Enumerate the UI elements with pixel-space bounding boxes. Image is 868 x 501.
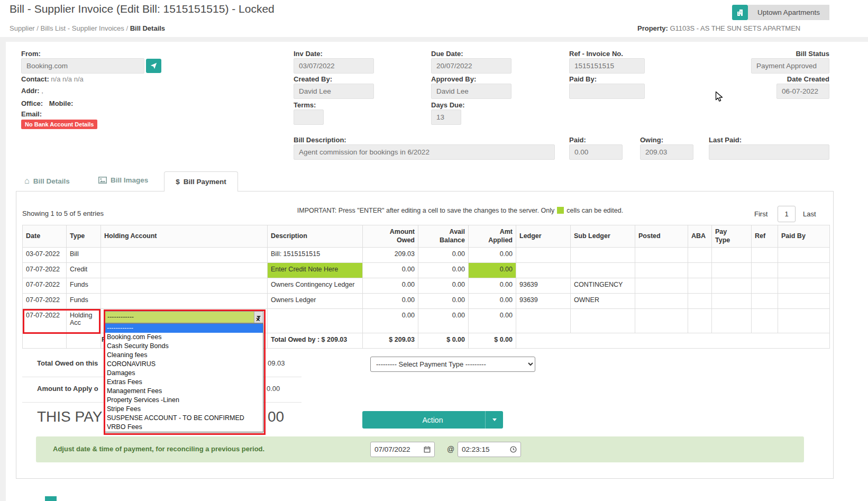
left-gutter bbox=[0, 42, 6, 501]
col-pay-type: Pay Type bbox=[712, 225, 752, 248]
table-row: 07-07-2022 Funds Owners Ledger 0.00 0.00… bbox=[23, 294, 830, 309]
footer-amt-applied: $ 0.00 bbox=[469, 333, 516, 349]
cell-type: Bill bbox=[67, 248, 101, 263]
building-icon bbox=[736, 9, 744, 16]
holding-account-selected-value: ------------ bbox=[105, 312, 254, 323]
dropdown-option[interactable]: ------------ bbox=[105, 324, 263, 333]
supplier-link-button[interactable] bbox=[146, 59, 161, 73]
paid-by-field bbox=[569, 84, 645, 99]
cell-amount-owed: 0.00 bbox=[363, 294, 418, 309]
cell-ledger bbox=[516, 248, 571, 263]
cell-aba bbox=[688, 294, 712, 309]
amount-apply-value: 0.00 bbox=[267, 385, 280, 393]
col-description: Description bbox=[268, 225, 363, 248]
breadcrumb: SupplierBills List - Supplier InvoicesBi… bbox=[10, 24, 165, 32]
cell-sub-ledger: OWNER bbox=[571, 294, 635, 309]
days-due-field: 13 bbox=[431, 110, 461, 125]
dropdown-option[interactable]: Cash Security Bonds bbox=[105, 342, 263, 351]
bill-description-field[interactable]: Agent commission for bookings in 6/2022 bbox=[294, 144, 555, 160]
dropdown-option[interactable]: SUSPENSE ACCOUNT - TO BE CONFIRMED bbox=[105, 414, 263, 423]
cell-pay-type bbox=[712, 248, 752, 263]
cell-pay-type bbox=[712, 278, 752, 294]
edit-hint-suffix: cells can be edited. bbox=[567, 207, 623, 214]
due-date-label: Due Date: bbox=[431, 50, 463, 58]
dropdown-option[interactable]: VRBO Fees bbox=[105, 423, 263, 432]
dropdown-option[interactable]: Property Services -Linen bbox=[105, 396, 263, 405]
pager-last[interactable]: Last bbox=[803, 210, 816, 218]
cell-ref bbox=[752, 248, 778, 263]
org-switch-button[interactable] bbox=[732, 5, 748, 20]
chevron-down-icon bbox=[492, 418, 497, 421]
cell-avail-balance: 0.00 bbox=[418, 263, 469, 278]
col-posted: Posted bbox=[635, 225, 688, 248]
cell-paid-by bbox=[778, 248, 830, 263]
cell-holding-account bbox=[101, 263, 268, 278]
col-amt-applied: Amt Applied bbox=[469, 225, 516, 248]
cell-ref bbox=[752, 263, 778, 278]
bill-description-label: Bill Description: bbox=[294, 136, 346, 144]
action-caret[interactable] bbox=[485, 411, 503, 429]
inv-date-field[interactable]: 03/07/2022 bbox=[294, 58, 374, 74]
dropdown-option[interactable]: Extras Fees bbox=[105, 378, 263, 387]
total-owed-value: 09.03 bbox=[268, 359, 285, 367]
dropdown-option[interactable]: CORONAVIRUS bbox=[105, 360, 263, 369]
table-row: 03-07-2022 Bill Bill: 1515151515 209.03 … bbox=[23, 248, 830, 263]
cell-type: Holding Acc bbox=[67, 309, 101, 333]
cell-amt-applied: 0.00 bbox=[469, 248, 516, 263]
terms-field[interactable] bbox=[294, 110, 324, 125]
dropdown-option[interactable]: Booking.com Fees bbox=[105, 333, 263, 342]
cell-sub-ledger bbox=[571, 309, 635, 333]
dropdown-option[interactable]: Stripe Fees bbox=[105, 405, 263, 414]
dropdown-option[interactable]: Damages bbox=[105, 369, 263, 378]
cell-posted bbox=[635, 278, 688, 294]
breadcrumb-bills-list[interactable]: Bills List - Supplier Invoices bbox=[35, 24, 124, 32]
payment-time-input[interactable]: 02:23:15 bbox=[458, 442, 521, 457]
pager-page[interactable]: 1 bbox=[778, 206, 796, 222]
breadcrumb-supplier[interactable]: Supplier bbox=[10, 24, 35, 32]
email-label: Email: bbox=[21, 110, 42, 118]
action-button[interactable]: Action bbox=[362, 411, 503, 429]
last-paid-field bbox=[709, 144, 829, 160]
days-due-label: Days Due: bbox=[431, 101, 465, 109]
due-date-field[interactable]: 20/07/2022 bbox=[431, 58, 511, 74]
dropdown-option[interactable]: Management Fees bbox=[105, 387, 263, 396]
owing-field: 209.03 bbox=[640, 144, 693, 160]
created-by-field: David Lee bbox=[294, 84, 374, 99]
amount-apply-label: Amount to Apply o bbox=[37, 385, 98, 393]
home-icon: ⌂ bbox=[24, 176, 30, 186]
image-icon bbox=[98, 177, 107, 184]
tab-bill-images[interactable]: Bill Images bbox=[98, 176, 148, 184]
breadcrumb-bill-details: Bill Details bbox=[124, 24, 165, 32]
dropdown-option[interactable]: Cleaning fees bbox=[105, 351, 263, 360]
cell-aba bbox=[688, 278, 712, 294]
cell-holding-account bbox=[101, 248, 268, 263]
pager-first[interactable]: First bbox=[754, 210, 768, 218]
cell-amount-owed: 0.00 bbox=[363, 278, 418, 294]
payment-type-select[interactable]: --------- Select Payment Type --------- bbox=[370, 357, 535, 372]
org-name-label: Uptown Apartments bbox=[748, 5, 829, 20]
from-field[interactable]: Booking.com bbox=[21, 58, 144, 74]
cell-description-editable[interactable]: Enter Credit Note Here bbox=[268, 263, 363, 278]
cell-sub-ledger bbox=[571, 263, 635, 278]
mouse-cursor bbox=[715, 91, 723, 104]
payment-date-input[interactable]: 07/07/2022 bbox=[370, 442, 435, 457]
col-aba: ABA bbox=[688, 225, 712, 248]
cell-posted bbox=[635, 309, 688, 333]
last-paid-label: Last Paid: bbox=[709, 136, 742, 144]
tab-bill-details[interactable]: ⌂ Bill Details bbox=[24, 176, 70, 186]
cell-paid-by bbox=[778, 278, 830, 294]
tab-bill-payment[interactable]: $ Bill Payment bbox=[164, 171, 238, 192]
col-type: Type bbox=[67, 225, 101, 248]
ref-invoice-field[interactable]: 1515151515 bbox=[569, 58, 645, 74]
cell-paid-by bbox=[778, 263, 830, 278]
holding-account-select[interactable]: ------------ bbox=[104, 311, 263, 323]
paper-plane-icon bbox=[150, 62, 157, 69]
paid-label: Paid: bbox=[569, 136, 586, 144]
footer-empty bbox=[23, 333, 67, 349]
date-created-field: 06-07-2022 bbox=[776, 84, 829, 99]
cell-amt-applied-editable[interactable]: 0.00 bbox=[469, 263, 516, 278]
editable-cell-swatch bbox=[557, 207, 564, 214]
footer-total-owed-by: Total Owed by : $ 209.03 bbox=[268, 333, 363, 349]
table-row: 07-07-2022 Funds Owners Contingency Ledg… bbox=[23, 278, 830, 294]
addr-label: Addr: bbox=[21, 87, 40, 95]
